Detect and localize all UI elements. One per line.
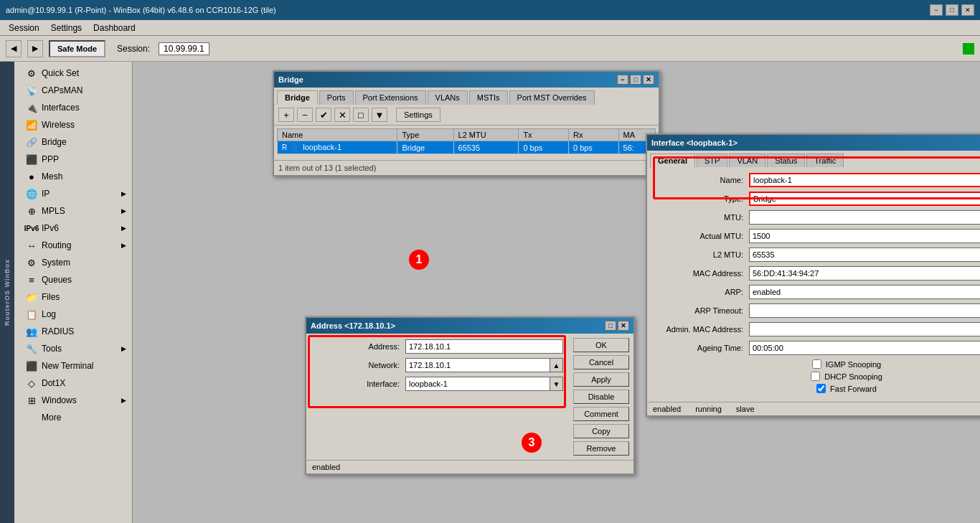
sidebar-item-interfaces[interactable]: 🔌Interfaces (14, 99, 132, 116)
addr-body: Address: Network: ▲ Interface: (306, 334, 633, 460)
back-button[interactable]: ◀ (6, 40, 22, 57)
forward-button[interactable]: ▶ (27, 40, 43, 57)
bridge-settings-button[interactable]: Settings (396, 108, 440, 122)
addr-minimize[interactable]: □ (605, 321, 616, 331)
addr-comment-button[interactable]: Comment (573, 407, 629, 421)
sidebar-item-bridge[interactable]: 🔗Bridge (14, 133, 132, 151)
iface-form: Name: Type: MTU: (647, 167, 980, 402)
addr-apply-button[interactable]: Apply (573, 372, 629, 387)
sidebar-item-radius[interactable]: 👥RADIUS (14, 323, 132, 340)
sidebar-item-files[interactable]: 📁Files (14, 288, 132, 306)
igmp-checkbox[interactable] (812, 359, 821, 369)
sidebar-item-routing[interactable]: ↔Routing▶ (14, 237, 132, 254)
igmp-label: IGMP Snooping (826, 360, 881, 369)
menu-settings[interactable]: Settings (45, 22, 88, 34)
main-layout: RouterOS WinBox ⚙Quick Set 📡CAPsMAN 🔌Int… (0, 62, 980, 523)
capsman-icon: 📡 (26, 85, 37, 96)
sidebar-item-capsman[interactable]: 📡CAPsMAN (14, 82, 132, 99)
mac-label: MAC Address: (656, 269, 749, 278)
actual-mtu-input[interactable] (749, 229, 980, 243)
dhcp-checkbox[interactable] (811, 372, 820, 381)
addr-interface-input[interactable] (405, 377, 550, 391)
sidebar-item-more[interactable]: More (14, 409, 132, 426)
bridge-cancel-button[interactable]: ✕ (334, 108, 350, 122)
safe-mode-button[interactable]: Safe Mode (49, 40, 105, 57)
tools-arrow: ▶ (121, 345, 126, 352)
bridge-tab-vlans[interactable]: VLANs (428, 90, 468, 105)
iface-tab-traffic[interactable]: Traffic (806, 154, 844, 167)
addr-cancel-button[interactable]: Cancel (573, 355, 629, 369)
minimize-button[interactable]: − (930, 4, 943, 16)
close-button[interactable]: ✕ (961, 4, 974, 16)
routing-icon: ↔ (26, 240, 37, 251)
bridge-maximize[interactable]: □ (630, 75, 641, 85)
sidebar-item-ip[interactable]: 🌐IP▶ (14, 185, 132, 202)
sidebar-item-quick-set[interactable]: ⚙Quick Set (14, 65, 132, 82)
addr-address-input[interactable] (405, 339, 563, 354)
bridge-add-button[interactable]: + (278, 108, 294, 122)
iface-tab-general[interactable]: General (650, 154, 695, 167)
ageing-input[interactable] (749, 341, 980, 355)
admin-mac-input[interactable] (749, 322, 980, 336)
sidebar-item-dot1x[interactable]: ◇Dot1X (14, 374, 132, 392)
bridge-filter-button[interactable]: ▼ (372, 108, 387, 122)
mtu-input[interactable] (749, 210, 980, 225)
title-bar-controls: − □ ✕ (930, 4, 974, 16)
bridge-copy-button[interactable]: □ (353, 108, 369, 122)
row-tx: 0 bps (519, 141, 569, 154)
sidebar-item-tools[interactable]: 🔧Tools▶ (14, 340, 132, 357)
sidebar-item-ppp[interactable]: ⬛PPP (14, 151, 132, 168)
interface-window: Interface <loopback-1> − □ ✕ General STP… (646, 133, 980, 417)
dot1x-icon: ◇ (26, 377, 37, 389)
arp-timeout-input[interactable] (749, 303, 980, 318)
bridge-close[interactable]: ✕ (643, 75, 654, 85)
iface-tab-status[interactable]: Status (767, 154, 805, 167)
sidebar-item-wireless[interactable]: 📶Wireless (14, 116, 132, 133)
type-input[interactable] (749, 192, 980, 206)
wireless-icon: 📶 (26, 119, 37, 131)
l2mtu-input[interactable] (749, 248, 980, 262)
sidebar-item-mpls[interactable]: ⊕MPLS▶ (14, 202, 132, 220)
maximize-button[interactable]: □ (946, 4, 958, 16)
sidebar-item-queues[interactable]: ≡Queues (14, 271, 132, 288)
sidebar-item-log[interactable]: 📋Log (14, 306, 132, 323)
name-input[interactable] (749, 173, 980, 187)
iface-tab-stp[interactable]: STP (697, 154, 727, 167)
sidebar-item-new-terminal[interactable]: ⬛New Terminal (14, 357, 132, 374)
row-rx: 0 bps (568, 141, 618, 154)
bridge-toolbar: + − ✔ ✕ □ ▼ Settings (274, 105, 659, 126)
interface-dropdown[interactable]: ▼ (550, 377, 563, 391)
bridge-tab-ports[interactable]: Ports (319, 90, 354, 105)
addr-copy-button[interactable]: Copy (573, 424, 629, 438)
sidebar-item-windows[interactable]: ⊞Windows▶ (14, 392, 132, 409)
bridge-status: 1 item out of 13 (1 selected) (274, 160, 659, 175)
files-icon: 📁 (26, 291, 37, 303)
arp-input[interactable] (749, 285, 980, 299)
bridge-remove-button[interactable]: − (297, 108, 313, 122)
table-row[interactable]: R👤loopback-1 Bridge 65535 0 bps 0 bps 56… (278, 141, 656, 154)
menu-session[interactable]: Session (3, 22, 45, 34)
addr-network-input[interactable] (405, 358, 550, 372)
addr-remove-button[interactable]: Remove (573, 441, 629, 456)
mac-input[interactable] (749, 266, 980, 281)
interfaces-icon: 🔌 (26, 102, 37, 113)
sidebar-item-system[interactable]: ⚙System (14, 254, 132, 271)
addr-close[interactable]: ✕ (618, 321, 629, 331)
addr-ok-button[interactable]: OK (573, 338, 629, 352)
bridge-tab-port-extensions[interactable]: Port Extensions (355, 90, 426, 105)
addr-titlebar: Address <172.18.10.1> □ ✕ (306, 318, 633, 334)
sidebar-item-ipv6[interactable]: IPv6IPv6▶ (14, 220, 132, 237)
fast-forward-checkbox[interactable] (816, 384, 826, 393)
col-type: Type (397, 129, 453, 141)
bridge-check-button[interactable]: ✔ (316, 108, 331, 122)
network-dropdown-up[interactable]: ▲ (550, 358, 563, 372)
menu-dashboard[interactable]: Dashboard (88, 22, 141, 34)
addr-disable-button[interactable]: Disable (573, 390, 629, 404)
bridge-tab-port-mst[interactable]: Port MST Overrides (509, 90, 595, 105)
iface-tab-vlan[interactable]: VLAN (729, 154, 765, 167)
bridge-tab-bridge[interactable]: Bridge (277, 90, 318, 105)
form-row-actual-mtu: Actual MTU: (656, 229, 980, 243)
sidebar-item-mesh[interactable]: ●Mesh (14, 168, 132, 185)
bridge-tab-mstis[interactable]: MSTIs (469, 90, 508, 105)
bridge-minimize[interactable]: − (617, 75, 628, 85)
